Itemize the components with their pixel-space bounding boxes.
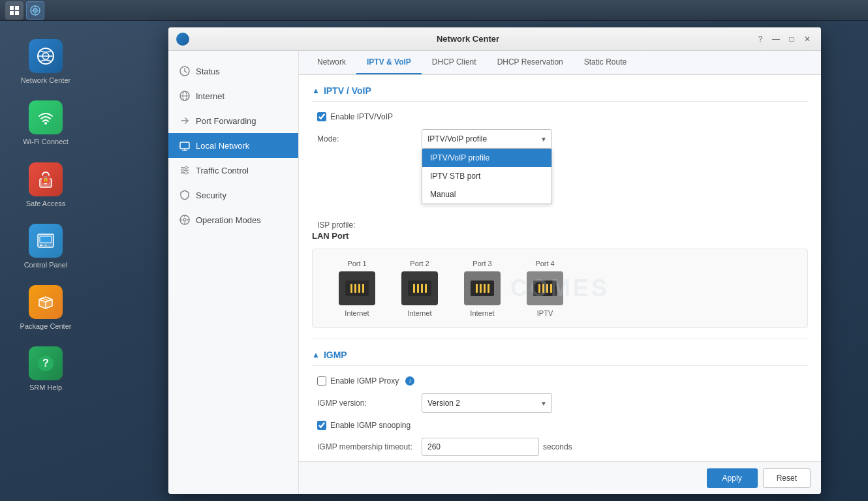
igmp-version-dropdown-button[interactable]: Version 2 ▼ (422, 393, 552, 413)
svg-rect-1 (15, 6, 19, 10)
lan-port-title: LAN Port (312, 231, 808, 241)
igmp-timeout-row: IGMP membership timeout: seconds (312, 438, 808, 456)
nav-item-operation-modes[interactable]: Operation Modes (168, 207, 298, 232)
svg-point-37 (183, 219, 186, 221)
safe-access-icon: 🔒 (29, 162, 63, 196)
port-2-label-top: Port 2 (410, 260, 429, 267)
svg-rect-3 (15, 11, 19, 15)
tab-dhcp-reservation[interactable]: DHCP Reservation (487, 51, 574, 74)
port-4-pin-3 (546, 284, 548, 293)
enable-igmp-proxy-checkbox[interactable] (317, 376, 326, 386)
content-area: ▲ IPTV / VoIP Enable IPTV/VoIP Mode: (299, 75, 821, 461)
help-button[interactable]: ? (754, 33, 766, 45)
tab-network[interactable]: Network (307, 51, 356, 74)
nav-item-security[interactable]: Security (168, 183, 298, 207)
sidebar-label-network-center: Network Center (21, 76, 70, 85)
network-center-window: Network Center ? — □ ✕ Status (168, 27, 821, 494)
port-2-icon (401, 271, 438, 305)
enable-igmp-snooping-label[interactable]: Enable IGMP snooping (330, 421, 411, 430)
minimize-button[interactable]: — (770, 33, 782, 45)
nav-item-local-network[interactable]: Local Network (168, 133, 298, 158)
svg-point-35 (185, 172, 187, 174)
sidebar-item-wifi-connect[interactable]: Wi-Fi Connect (7, 95, 85, 151)
reset-button[interactable]: Reset (763, 468, 811, 488)
port-3-icon (464, 271, 501, 305)
tab-dhcp-client[interactable]: DHCP Client (422, 51, 487, 74)
port-1-icon (339, 271, 375, 305)
svg-point-11 (44, 122, 47, 125)
dropdown-item-iptv-voip-profile[interactable]: IPTV/VoIP profile (422, 149, 551, 167)
local-network-nav-icon (179, 140, 191, 151)
igmp-toggle[interactable]: ▲ (312, 350, 320, 359)
nav-item-internet[interactable]: Internet (168, 84, 298, 108)
dropdown-item-iptv-stb-port[interactable]: IPTV STB port (422, 167, 551, 185)
taskbar (0, 0, 868, 21)
isp-profile-row: ISP profile: (312, 220, 808, 230)
mode-dropdown-value: IPTV/VoIP profile (427, 134, 487, 144)
enable-igmp-snooping-row: Enable IGMP snooping (312, 421, 808, 430)
sidebar-item-network-center[interactable]: Network Center (7, 34, 85, 90)
iptv-voip-toggle[interactable]: ▲ (312, 86, 320, 95)
sidebar-label-package-center: Package Center (20, 322, 72, 331)
enable-iptv-voip-checkbox[interactable] (317, 112, 326, 121)
sidebar-item-safe-access[interactable]: 🔒 Safe Access (7, 157, 85, 213)
mode-dropdown-wrapper: IPTV/VoIP profile ▼ IPTV/VoIP profile IP… (422, 129, 617, 149)
maximize-button[interactable]: □ (786, 33, 798, 45)
port-2-status: Internet (407, 309, 431, 317)
nav-item-status[interactable]: Status (168, 59, 298, 84)
window-title: Network Center (181, 34, 754, 44)
iptv-voip-section-header: ▲ IPTV / VoIP (312, 85, 808, 102)
igmp-timeout-input[interactable] (422, 438, 539, 456)
sidebar-item-package-center[interactable]: Package Center (7, 280, 85, 336)
port-3-connector (471, 281, 494, 296)
port-4-pin-2 (542, 284, 544, 293)
network-center-icon (29, 39, 63, 73)
port-4-pin-1 (538, 284, 540, 293)
right-content: Network IPTV & VoIP DHCP Client DHCP Res… (299, 51, 821, 494)
svg-rect-19 (44, 245, 47, 246)
apply-button[interactable]: Apply (707, 468, 758, 488)
port-4-pin-4 (550, 284, 552, 293)
nav-item-port-forwarding[interactable]: Port Forwarding (168, 108, 298, 133)
igmp-version-dropdown[interactable]: Version 2 ▼ (422, 393, 552, 413)
port-3-status: Internet (470, 309, 494, 317)
package-center-icon (29, 285, 63, 319)
enable-igmp-snooping-checkbox[interactable] (317, 421, 326, 430)
mode-dropdown[interactable]: IPTV/VoIP profile ▼ IPTV/VoIP profile IP… (422, 129, 552, 149)
svg-rect-18 (40, 245, 42, 246)
enable-iptv-voip-label[interactable]: Enable IPTV/VoIP (330, 112, 393, 121)
nav-label-traffic-control: Traffic Control (196, 166, 249, 175)
igmp-proxy-info-icon[interactable]: i (405, 376, 414, 386)
iptv-voip-title: IPTV / VoIP (324, 85, 371, 96)
mode-dropdown-button[interactable]: IPTV/VoIP profile ▼ (422, 129, 552, 149)
enable-igmp-proxy-label[interactable]: Enable IGMP Proxy (330, 376, 399, 386)
nav-label-status: Status (196, 67, 220, 76)
sidebar-label-control-panel: Control Panel (24, 260, 68, 269)
dropdown-item-manual[interactable]: Manual (422, 185, 551, 204)
nav-label-port-forwarding: Port Forwarding (196, 116, 256, 126)
igmp-version-row: IGMP version: Version 2 ▼ (312, 393, 808, 413)
taskbar-grid-button[interactable] (5, 1, 23, 20)
window-footer: Apply Reset (299, 461, 821, 494)
ports-area: Port 1 Int (312, 249, 808, 328)
igmp-section-header: ▲ IGMP (312, 350, 808, 366)
sidebar-item-srm-help[interactable]: ? SRM Help (7, 341, 85, 397)
svg-rect-2 (10, 11, 14, 15)
status-nav-icon (179, 65, 191, 77)
port-3-pin-2 (480, 284, 482, 293)
sidebar-label-safe-access: Safe Access (26, 199, 66, 208)
mode-dropdown-arrow: ▼ (540, 136, 547, 143)
taskbar-app-button[interactable] (26, 1, 44, 20)
close-button[interactable]: ✕ (801, 33, 813, 45)
control-panel-icon (29, 224, 63, 258)
window-controls: ? — □ ✕ (754, 33, 813, 45)
port-2-pin-1 (413, 284, 415, 293)
sidebar-label-srm-help: SRM Help (29, 383, 62, 392)
port-1-status: Internet (345, 309, 369, 317)
sidebar-item-control-panel[interactable]: Control Panel (7, 219, 85, 275)
enable-igmp-proxy-row: Enable IGMP Proxy i (312, 376, 808, 386)
tab-iptv-voip[interactable]: IPTV & VoIP (356, 51, 422, 74)
tab-static-route[interactable]: Static Route (574, 51, 637, 74)
port-2-pin-2 (417, 284, 419, 293)
nav-item-traffic-control[interactable]: Traffic Control (168, 158, 298, 183)
